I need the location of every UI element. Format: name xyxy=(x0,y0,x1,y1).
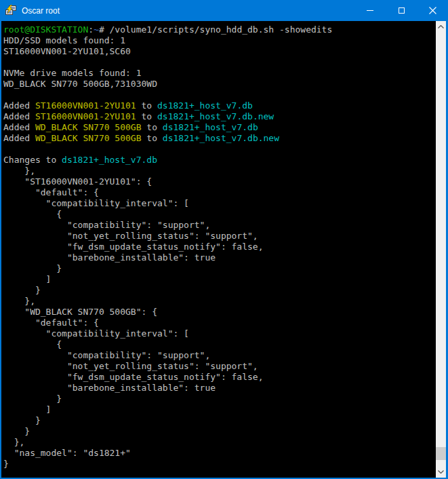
terminal-line: { xyxy=(3,339,436,350)
terminal-line: } xyxy=(3,459,436,470)
terminal-line: Added ST16000VN001-2YU101 to ds1821+_hos… xyxy=(3,100,436,111)
putty-window: Oscar root root@DISKSTATION:~# /volume1/… xyxy=(0,0,448,479)
chevron-down-icon xyxy=(438,470,444,474)
terminal-line: NVMe drive models found: 1 xyxy=(3,68,436,79)
terminal-line: Added WD_BLACK SN770 500GB to ds1821+_ho… xyxy=(3,133,436,144)
close-icon xyxy=(429,7,436,14)
terminal-line: "barebone_installable": true xyxy=(3,252,436,263)
terminal-line xyxy=(3,90,436,100)
terminal-line: "not_yet_rolling_status": "support", xyxy=(3,231,436,242)
terminal-line: Changes to ds1821+_host_v7.db xyxy=(3,155,436,166)
terminal-line: "compatibility_interval": [ xyxy=(3,328,436,339)
terminal-line: "compatibility": "support", xyxy=(3,350,436,361)
terminal-line xyxy=(3,57,436,68)
terminal-line: "fw_dsm_update_status_notify": false, xyxy=(3,242,436,252)
maximize-button[interactable] xyxy=(386,0,417,21)
window-body: root@DISKSTATION:~# /volume1/scripts/syn… xyxy=(0,21,448,479)
minimize-button[interactable] xyxy=(354,0,386,21)
window-controls xyxy=(354,0,448,21)
terminal-line: "nas_model": "ds1821+" xyxy=(3,448,436,459)
terminal-line: "ST16000VN001-2YU101": { xyxy=(3,176,436,187)
minimize-icon xyxy=(367,10,373,11)
putty-icon[interactable] xyxy=(5,5,17,16)
window-title: Oscar root xyxy=(22,6,354,16)
maximize-icon xyxy=(399,7,405,14)
terminal-line: "WD_BLACK SN770 500GB": { xyxy=(3,307,436,318)
terminal-line: HDD/SSD models found: 1 xyxy=(3,35,436,46)
titlebar: Oscar root xyxy=(0,0,448,21)
terminal-line: { xyxy=(3,209,436,220)
terminal-line: }, xyxy=(3,166,436,176)
terminal-line: root@DISKSTATION:~# /volume1/scripts/syn… xyxy=(3,24,436,35)
terminal-line: Added ST16000VN001-2YU101 to ds1821+_hos… xyxy=(3,111,436,122)
terminal-line: } xyxy=(3,263,436,274)
terminal-line: "compatibility_interval": [ xyxy=(3,198,436,209)
terminal-line: } xyxy=(3,415,436,426)
scrollbar[interactable] xyxy=(436,21,446,478)
scroll-down-button[interactable] xyxy=(436,466,446,478)
terminal-line: ] xyxy=(3,274,436,285)
terminal-output[interactable]: root@DISKSTATION:~# /volume1/scripts/syn… xyxy=(1,21,436,478)
chevron-up-icon xyxy=(438,25,444,28)
terminal-line: "default": { xyxy=(3,318,436,328)
terminal-line xyxy=(3,144,436,155)
terminal-line: ST16000VN001-2YU101,SC60 xyxy=(3,46,436,57)
terminal-line: } xyxy=(3,426,436,437)
terminal-line: } xyxy=(3,394,436,404)
terminal-line: "default": { xyxy=(3,187,436,198)
terminal-line: } xyxy=(3,285,436,296)
terminal-line: }, xyxy=(3,296,436,307)
terminal-line: WD_BLACK SN770 500GB,731030WD xyxy=(3,79,436,90)
terminal-line: }, xyxy=(3,437,436,448)
close-button[interactable] xyxy=(417,0,448,21)
terminal-line: ] xyxy=(3,404,436,415)
scrollbar-track[interactable] xyxy=(436,33,446,466)
terminal-line: "not_yet_rolling_status": "support", xyxy=(3,361,436,372)
scroll-up-button[interactable] xyxy=(436,21,446,33)
terminal-line: "compatibility": "support", xyxy=(3,220,436,231)
terminal-line: Added WD_BLACK SN770 500GB to ds1821+_ho… xyxy=(3,122,436,133)
terminal-line: "barebone_installable": true xyxy=(3,383,436,394)
terminal-line: "fw_dsm_update_status_notify": false, xyxy=(3,372,436,383)
scrollbar-thumb[interactable] xyxy=(436,447,446,460)
